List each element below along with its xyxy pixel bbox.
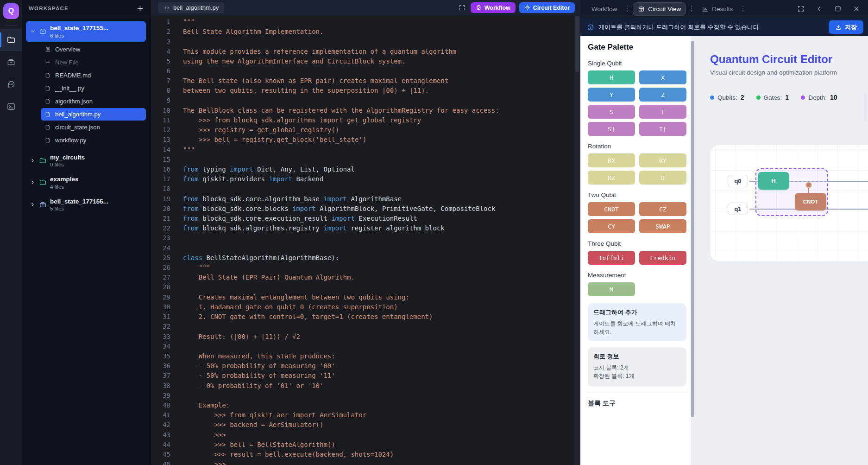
file-icon — [45, 72, 51, 78]
circuit-canvas[interactable]: q0 q1 H CNOT — [710, 145, 868, 262]
editor-tab-label: bell_algorithm.py — [173, 4, 219, 11]
editor-tab[interactable]: bell_algorithm.py — [158, 2, 224, 13]
folder-icon — [39, 178, 47, 186]
tree-file[interactable]: algorithm.json — [26, 95, 146, 108]
code-line: 40 Example: — [151, 401, 580, 410]
file-icon — [45, 137, 51, 143]
tree-file[interactable]: circuit_state.json — [26, 121, 146, 134]
tree-project[interactable]: examples4 files — [26, 172, 146, 193]
divider — [587, 393, 687, 393]
panel-tab-circuit-view[interactable]: Circuit View — [633, 2, 686, 16]
gate-button-cnot[interactable]: CNOT — [588, 202, 635, 216]
gate-button-cy[interactable]: CY — [588, 219, 635, 233]
gate-button-m[interactable]: M — [588, 282, 635, 296]
tree-project[interactable]: my_circuits0 files — [26, 150, 146, 172]
gate-button-s[interactable]: S — [588, 105, 635, 119]
drag-handle[interactable] — [742, 5, 744, 13]
code-line: 6 — [151, 66, 580, 76]
plus-icon — [136, 5, 144, 13]
code-line: 27 Bell State (EPR Pair) Quantum Algorit… — [151, 273, 580, 282]
archive-icon — [39, 201, 47, 209]
gate-button-toffoli[interactable]: Toffoli — [588, 251, 635, 265]
qubit-label-q0[interactable]: q0 — [728, 175, 748, 187]
fullscreen-button[interactable] — [796, 4, 806, 14]
collapse-left-button[interactable] — [814, 4, 824, 14]
code-line: 18 — [151, 184, 580, 194]
gate-button-fredkin[interactable]: Fredkin — [639, 251, 686, 265]
gate-button-u[interactable]: U — [639, 171, 686, 185]
cpu-icon — [524, 5, 530, 11]
gate-button-rz[interactable]: RZ — [588, 171, 635, 185]
palette-section-label: Two Qubit — [588, 191, 686, 198]
code-area[interactable]: 1"""2Bell State Algorithm Implementation… — [151, 15, 580, 465]
gate-button-t[interactable]: T — [639, 105, 686, 119]
chat-icon — [6, 80, 16, 89]
circuit-editor-button[interactable]: Circuit Editor — [519, 2, 575, 13]
rail-item-files[interactable] — [0, 29, 22, 51]
code-line: 37 - 50% probability of measuring '11' — [151, 371, 580, 381]
tree-file[interactable]: Overview — [26, 43, 146, 56]
tree-file[interactable]: bell_algorithm.py — [41, 108, 146, 121]
dock-icon — [834, 5, 842, 13]
gate-h[interactable]: H — [758, 172, 789, 190]
gate-button-z[interactable]: Z — [639, 88, 686, 102]
workflow-button[interactable]: Workflow — [471, 2, 516, 13]
tree-project[interactable]: bell_state_177155...5 files — [26, 194, 146, 216]
code-line: 34 — [151, 342, 580, 351]
code-line: 41 >>> from qiskit_aer import AerSimulat… — [151, 410, 580, 420]
gate-button-cz[interactable]: CZ — [639, 202, 686, 216]
chart-icon — [702, 6, 709, 13]
dock-button[interactable] — [833, 4, 843, 14]
drag-handle[interactable] — [691, 5, 692, 13]
gate-button-ry[interactable]: RY — [639, 153, 686, 167]
panel-tab-workflow[interactable]: Workflow — [587, 3, 622, 15]
code-line: 10The BellBlock class can be registered … — [151, 106, 580, 115]
circuit-scrollbar[interactable] — [864, 93, 867, 121]
gate-button-y[interactable]: Y — [588, 88, 635, 102]
drag-handle[interactable] — [626, 5, 628, 13]
divider — [5, 25, 17, 26]
editor-scrollbar[interactable] — [574, 15, 580, 465]
cnot-control-dot[interactable] — [805, 182, 812, 188]
close-button[interactable] — [851, 4, 862, 14]
project-meta: 5 files — [50, 206, 108, 211]
gate-button-t-dagger[interactable]: T† — [639, 122, 686, 136]
editor-toolbar: bell_algorithm.py WorkflowCircuit Editor — [151, 0, 580, 15]
drag-hint-title: 드래그하여 추가 — [593, 308, 681, 317]
project-meta: 0 files — [50, 162, 85, 167]
code-icon — [164, 5, 170, 11]
gate-cnot[interactable]: CNOT — [795, 193, 826, 210]
tree-file[interactable]: README.md — [26, 69, 146, 82]
tree-project[interactable]: bell_state_177155...6 files — [26, 21, 146, 42]
rail-item-terminal[interactable] — [0, 96, 22, 118]
qubit-label-q1[interactable]: q1 — [728, 203, 748, 215]
drag-hint-box: 드래그하여 추가 게이트를 회로에 드래그하여 배치하세요. — [588, 303, 686, 341]
rail-item-packages[interactable] — [0, 51, 22, 73]
info-icon — [587, 24, 594, 31]
code-line: 38 - 0% probability of '01' or '10' — [151, 381, 580, 391]
code-line: 32 — [151, 322, 580, 331]
panel-tab-results[interactable]: Results — [697, 3, 737, 15]
rail-item-chat[interactable] — [0, 73, 22, 96]
palette-scrollbar[interactable] — [691, 36, 694, 465]
collapse-left-icon — [816, 5, 823, 13]
save-icon — [835, 24, 842, 31]
palette-section-label: Rotation — [588, 143, 686, 150]
app-logo[interactable]: Q — [3, 3, 19, 19]
tree-file[interactable]: __init__.py — [26, 82, 146, 95]
palette-section-label: Measurement — [588, 272, 686, 279]
expand-editor-button[interactable] — [457, 3, 467, 13]
code-line: 46 >>> — [151, 459, 580, 465]
tree-file[interactable]: workflow.py — [26, 134, 146, 147]
gate-button-rx[interactable]: RX — [588, 153, 635, 167]
new-file-button[interactable]: New File — [26, 56, 146, 69]
save-button[interactable]: 저장 — [829, 20, 863, 34]
gate-button-swap[interactable]: SWAP — [639, 219, 686, 233]
gate-button-h[interactable]: H — [588, 70, 635, 84]
gate-button-s-dagger[interactable]: S† — [588, 122, 635, 136]
gate-button-x[interactable]: X — [639, 70, 686, 84]
project-name: my_circuits — [50, 154, 85, 161]
fullscreen-icon — [797, 5, 805, 13]
folder-icon — [6, 35, 16, 45]
add-button[interactable] — [136, 5, 144, 13]
